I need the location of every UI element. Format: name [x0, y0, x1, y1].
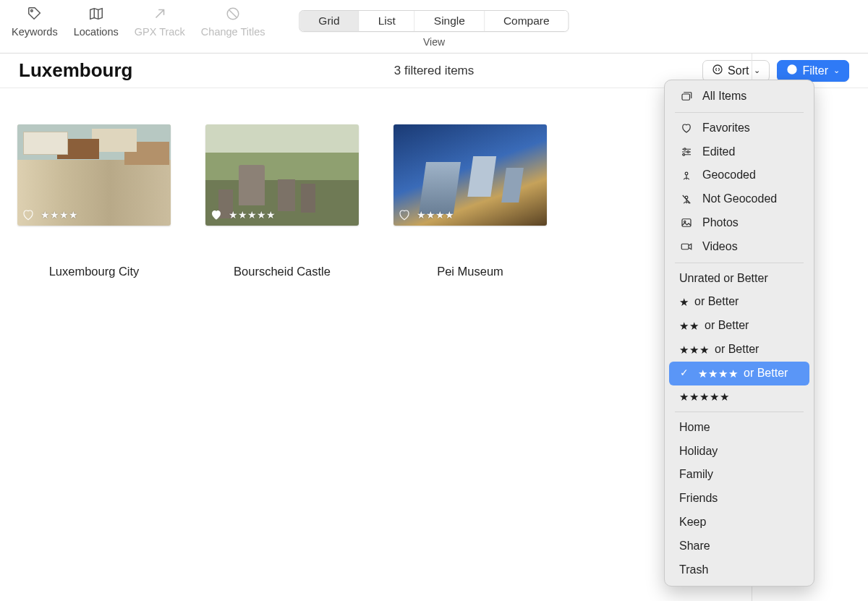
- filter-item-not-geocoded[interactable]: Not Geocoded: [669, 187, 809, 211]
- chevron-down-icon: ⌄: [754, 66, 760, 75]
- toolbar-gpx-track: GPX Track: [135, 6, 185, 38]
- filter-item-geocoded[interactable]: Geocoded: [669, 163, 809, 187]
- toolbar-left: KeywordsLocationsGPX TrackChange Titles: [12, 6, 265, 38]
- no-sign-icon: [224, 6, 242, 22]
- filter-item-label: or Better: [744, 365, 788, 383]
- filter-item-label: Trash: [679, 561, 708, 579]
- view-segmented-control: GridListSingleCompare: [299, 10, 569, 32]
- filter-item-label: Videos: [702, 238, 738, 256]
- filter-keyword-keep[interactable]: Keep: [669, 511, 809, 534]
- filter-rating-0[interactable]: Unrated or Better: [669, 267, 809, 291]
- view-tab-grid[interactable]: Grid: [299, 11, 359, 31]
- photo-overlay: ★★★★: [22, 208, 78, 221]
- header-right: Sort ⌄ Filter ⌄: [702, 60, 849, 82]
- heart-icon: [679, 122, 694, 135]
- rating-stars[interactable]: ★★★★: [417, 210, 454, 220]
- filter-item-videos[interactable]: Videos: [669, 235, 809, 259]
- filter-rating-3[interactable]: ★★★ or Better: [669, 338, 809, 362]
- filter-icon: [786, 64, 798, 78]
- filter-item-label: Keep: [679, 513, 706, 532]
- photo-card[interactable]: ★★★★ Luxembourg City: [17, 124, 171, 278]
- filter-item-label: Not Geocoded: [702, 190, 777, 208]
- filter-item-label: Geocoded: [702, 166, 756, 184]
- filter-dropdown: All ItemsFavoritesEditedGeocodedNot Geoc…: [664, 80, 814, 587]
- filter-keyword-family[interactable]: Family: [669, 463, 809, 487]
- filter-item-label: Family: [679, 466, 713, 484]
- svg-rect-12: [681, 244, 689, 250]
- filter-item-label: or Better: [715, 341, 759, 359]
- toolbar-change-titles: Change Titles: [201, 6, 265, 38]
- photo-overlay: ★★★★: [398, 208, 454, 221]
- svg-point-0: [30, 10, 33, 12]
- svg-rect-4: [682, 94, 690, 100]
- map-pin-icon: [679, 169, 694, 182]
- filter-item-photos[interactable]: Photos: [669, 211, 809, 235]
- toolbar-item-label: GPX Track: [135, 26, 185, 38]
- map-pin-off-icon: [679, 193, 694, 206]
- check-icon: ✓: [679, 365, 689, 381]
- tag-icon: [25, 6, 44, 22]
- rating-stars[interactable]: ★★★★: [41, 210, 78, 220]
- favorite-heart-icon[interactable]: [22, 208, 35, 221]
- sort-icon: [712, 64, 723, 78]
- filter-item-label: Share: [679, 537, 710, 555]
- menu-separator: [675, 112, 804, 113]
- photo-overlay: ★★★★★: [210, 208, 276, 221]
- view-tab-compare[interactable]: Compare: [485, 11, 569, 31]
- filter-keyword-trash[interactable]: Trash: [669, 558, 809, 582]
- toolbar-keywords[interactable]: Keywords: [12, 6, 58, 38]
- svg-point-6: [687, 151, 689, 153]
- chevron-down-icon: ⌄: [833, 66, 840, 75]
- filter-item-label: Home: [679, 419, 710, 437]
- map-icon: [87, 6, 106, 22]
- rating-stars-icon: ★: [679, 294, 689, 310]
- favorite-heart-icon[interactable]: [398, 208, 411, 221]
- photo-thumbnail[interactable]: ★★★★: [393, 124, 547, 226]
- filter-item-label: Friends: [679, 490, 718, 508]
- rating-stars-icon: ★★★★: [698, 365, 738, 382]
- filter-keyword-holiday[interactable]: Holiday: [669, 440, 809, 464]
- filter-item-label: Holiday: [679, 443, 718, 461]
- svg-point-7: [683, 153, 685, 155]
- photo-thumbnail[interactable]: ★★★★★: [205, 124, 359, 226]
- sort-button-label: Sort: [728, 64, 749, 77]
- filter-rating-1[interactable]: ★ or Better: [669, 290, 809, 314]
- rating-stars-icon: ★★★: [679, 341, 709, 358]
- filter-item-all[interactable]: All Items: [669, 85, 809, 108]
- filter-item-label: Favorites: [702, 119, 750, 137]
- filter-keyword-share[interactable]: Share: [669, 534, 809, 558]
- filter-rating-4[interactable]: ✓★★★★ or Better: [669, 362, 809, 385]
- toolbar-locations[interactable]: Locations: [74, 6, 119, 38]
- rating-stars-icon: ★★: [679, 317, 699, 334]
- filter-item-label: All Items: [702, 88, 746, 106]
- view-group-label: View: [423, 36, 445, 48]
- filter-button[interactable]: Filter ⌄: [777, 60, 849, 82]
- toolbar-item-label: Change Titles: [201, 26, 265, 38]
- photo-thumbnail[interactable]: ★★★★: [17, 124, 171, 226]
- view-tab-list[interactable]: List: [359, 11, 415, 31]
- filter-item-label: or Better: [694, 293, 739, 311]
- filter-rating-5[interactable]: ★★★★★: [669, 385, 809, 408]
- filter-item-label: Unrated or Better: [679, 270, 768, 288]
- photo-card[interactable]: ★★★★ Pei Museum: [393, 124, 547, 278]
- filter-item-label: or Better: [705, 317, 749, 335]
- sort-button[interactable]: Sort ⌄: [702, 60, 770, 82]
- video-icon: [679, 240, 694, 253]
- filter-keyword-friends[interactable]: Friends: [669, 487, 809, 511]
- filter-item-edited[interactable]: Edited: [669, 140, 809, 164]
- view-switcher-group: GridListSingleCompare View: [299, 10, 569, 48]
- photo-title: Luxembourg City: [17, 265, 171, 278]
- rating-stars[interactable]: ★★★★★: [229, 210, 276, 220]
- image-icon: [679, 216, 694, 229]
- sliders-icon: [679, 145, 694, 158]
- filtered-count-label: 3 filtered items: [394, 64, 475, 78]
- page-title: Luxembourg: [19, 59, 132, 82]
- arrow-up-right-icon: [150, 6, 169, 22]
- favorite-heart-icon[interactable]: [210, 208, 223, 221]
- view-tab-single[interactable]: Single: [415, 11, 485, 31]
- filter-keyword-home[interactable]: Home: [669, 416, 809, 440]
- photo-card[interactable]: ★★★★★ Bourscheid Castle: [205, 124, 359, 278]
- menu-separator: [675, 412, 804, 412]
- filter-item-favorites[interactable]: Favorites: [669, 116, 809, 140]
- filter-rating-2[interactable]: ★★ or Better: [669, 314, 809, 338]
